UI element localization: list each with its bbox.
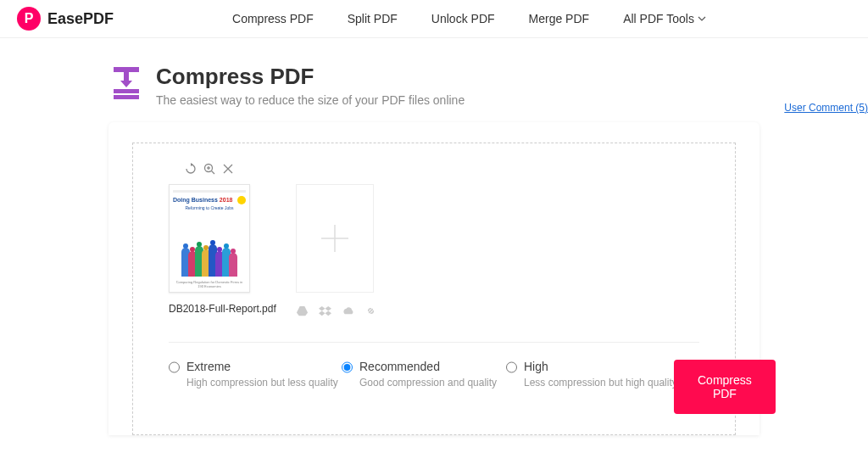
dropzone[interactable]: Doing Business 2018 Reforming to Create …	[132, 143, 736, 435]
svg-marker-14	[297, 306, 308, 316]
file-thumbnail[interactable]: Doing Business 2018 Reforming to Create …	[169, 184, 250, 293]
svg-marker-15	[319, 306, 326, 311]
nav-split-pdf[interactable]: Split PDF	[348, 12, 398, 25]
nav-all-tools[interactable]: All PDF Tools	[623, 12, 706, 25]
close-icon[interactable]	[221, 162, 235, 176]
option-title: Recommended	[359, 360, 497, 373]
svg-line-7	[212, 171, 215, 175]
logo-icon: P	[17, 7, 41, 31]
nav-merge-pdf[interactable]: Merge PDF	[529, 12, 590, 25]
main-panel: Doing Business 2018 Reforming to Create …	[108, 122, 760, 435]
svg-rect-3	[114, 89, 139, 93]
option-title: Extreme	[186, 360, 338, 373]
compression-options: Extreme High compression but less qualit…	[169, 343, 699, 414]
file-name: DB2018-Full-Report.pdf	[169, 303, 250, 315]
file-list: Doing Business 2018 Reforming to Create …	[169, 162, 699, 318]
svg-marker-18	[326, 311, 332, 316]
top-nav: P EasePDF Compress PDF Split PDF Unlock …	[0, 0, 868, 38]
radio-recommended[interactable]	[342, 361, 353, 373]
chevron-down-icon	[698, 12, 706, 25]
radio-extreme[interactable]	[169, 361, 180, 373]
file-controls	[169, 162, 250, 176]
svg-marker-16	[326, 306, 332, 311]
nav-unlock-pdf[interactable]: Unlock PDF	[431, 12, 495, 25]
cloud-sources	[296, 305, 377, 318]
url-link-icon[interactable]	[364, 305, 377, 318]
compress-button[interactable]: Compress PDF	[674, 360, 776, 414]
svg-rect-4	[114, 95, 139, 99]
option-high[interactable]: High Less compression but high quality	[506, 360, 659, 389]
google-drive-icon[interactable]	[296, 305, 309, 318]
svg-marker-17	[319, 311, 326, 316]
add-file-button[interactable]	[296, 184, 374, 293]
add-file	[296, 184, 377, 318]
onedrive-icon[interactable]	[342, 305, 354, 318]
nav-compress-pdf[interactable]: Compress PDF	[232, 12, 314, 25]
user-comment-link[interactable]: User Comment (5)	[784, 102, 868, 114]
page-subtitle: The easiest way to reduce the size of yo…	[156, 93, 465, 107]
brand[interactable]: P EasePDF	[17, 7, 114, 31]
svg-rect-0	[114, 67, 139, 72]
nav-links: Compress PDF Split PDF Unlock PDF Merge …	[232, 12, 706, 25]
svg-rect-1	[124, 72, 129, 81]
brand-name: EasePDF	[47, 10, 114, 28]
option-desc: Good compression and quality	[359, 377, 497, 389]
svg-marker-2	[120, 81, 132, 87]
page-header: Compress PDF The easiest way to reduce t…	[0, 38, 865, 122]
dropbox-icon[interactable]	[319, 305, 331, 318]
page-title: Compress PDF	[156, 64, 465, 90]
plus-icon	[316, 220, 353, 257]
option-desc: Less compression but high quality	[524, 377, 677, 389]
option-extreme[interactable]: Extreme High compression but less qualit…	[169, 360, 326, 389]
radio-high[interactable]	[506, 361, 517, 373]
option-title: High	[524, 360, 677, 373]
compress-tool-icon	[108, 64, 144, 99]
nav-all-tools-label: All PDF Tools	[623, 12, 694, 25]
option-recommended[interactable]: Recommended Good compression and quality	[342, 360, 491, 389]
option-desc: High compression but less quality	[186, 377, 338, 389]
rotate-icon[interactable]	[184, 162, 198, 176]
file-item: Doing Business 2018 Reforming to Create …	[169, 162, 250, 315]
zoom-icon[interactable]	[203, 162, 216, 176]
